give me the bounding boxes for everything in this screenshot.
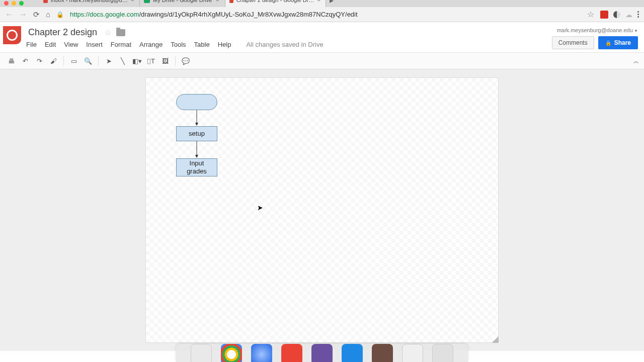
- line-tool[interactable]: ╲: [117, 54, 129, 67]
- back-button[interactable]: ←: [5, 10, 14, 20]
- dock-finder-icon[interactable]: [191, 344, 212, 362]
- drawings-favicon: [229, 0, 233, 3]
- drawing-toolbar: 🖶 ↶ ↷ 🖌 ▭ 🔍 ➤ ╲ ◧▾ ⌷T 🖼 💬 ︽: [0, 52, 644, 69]
- undo-button[interactable]: ↶: [19, 54, 31, 67]
- address-bar[interactable]: https://docs.google.com/drawings/d/1yOkp…: [70, 11, 581, 18]
- star-icon[interactable]: ☆: [104, 28, 111, 37]
- menu-format[interactable]: Format: [111, 41, 131, 48]
- dock-app-icon[interactable]: [311, 344, 333, 362]
- url-path: /drawings/d/1yOkpR4rhXgMUyL-SoKoJ_Mr8Xvw…: [139, 11, 357, 18]
- dock-app-icon[interactable]: [342, 344, 363, 362]
- paint-format-button[interactable]: 🖌: [47, 54, 59, 67]
- print-button[interactable]: 🖶: [5, 54, 17, 67]
- browser-tabstrip: Inbox - mark.meysenburg@d… × My Drive - …: [0, 0, 644, 7]
- menu-insert[interactable]: Insert: [86, 41, 103, 48]
- close-icon[interactable]: ×: [317, 0, 320, 3]
- dock-chrome-icon[interactable]: [221, 344, 242, 362]
- macos-dock: [176, 344, 468, 362]
- menu-tools[interactable]: Tools: [171, 41, 186, 48]
- tab-label: Chapter 2 design - Google Dr…: [236, 0, 314, 3]
- bookmark-star-icon[interactable]: ☆: [587, 10, 594, 19]
- close-icon[interactable]: ×: [131, 0, 134, 3]
- app-logo[interactable]: [3, 26, 21, 44]
- window-close-dot[interactable]: [4, 1, 9, 6]
- comments-button[interactable]: Comments: [552, 36, 594, 49]
- extension-icon[interactable]: [600, 11, 608, 19]
- menu-help[interactable]: Help: [218, 41, 231, 48]
- mail-favicon: [43, 0, 48, 3]
- image-tool[interactable]: 🖼: [159, 54, 171, 67]
- drive-favicon: [144, 0, 150, 3]
- share-button[interactable]: 🔒Share: [598, 36, 638, 49]
- browser-tab[interactable]: My Drive - Google Drive ×: [140, 0, 225, 7]
- dock-app-icon[interactable]: [402, 344, 423, 362]
- share-label: Share: [614, 39, 631, 46]
- comment-tool[interactable]: 💬: [180, 54, 192, 67]
- zoom-button[interactable]: 🔍: [82, 54, 94, 67]
- browser-tab-active[interactable]: Chapter 2 design - Google Dr… ×: [225, 0, 326, 7]
- tab-label: My Drive - Google Drive: [153, 0, 212, 3]
- menu-arrange[interactable]: Arrange: [139, 41, 163, 48]
- canvas-background[interactable]: setup Input grades ➤: [0, 69, 644, 351]
- dock-app-icon[interactable]: [281, 344, 302, 362]
- canvas-resize-handle[interactable]: [492, 336, 499, 343]
- select-tool[interactable]: ➤: [103, 54, 115, 67]
- forward-button: →: [19, 10, 27, 20]
- url-host: https://docs.google.com: [70, 11, 139, 18]
- document-title[interactable]: Chapter 2 design: [26, 26, 99, 39]
- lock-icon: 🔒: [56, 11, 64, 18]
- close-icon[interactable]: ×: [215, 0, 220, 3]
- menu-file[interactable]: File: [26, 41, 37, 48]
- dock-safari-icon[interactable]: [251, 344, 272, 362]
- window-min-dot[interactable]: [12, 1, 16, 6]
- window-max-dot[interactable]: [19, 1, 24, 6]
- lock-icon: 🔒: [605, 40, 611, 46]
- dock-trash-icon[interactable]: [432, 344, 453, 362]
- menu-view[interactable]: View: [64, 41, 78, 48]
- shape-tool[interactable]: ◧▾: [131, 54, 143, 67]
- tab-label: Inbox - mark.meysenburg@d…: [51, 0, 128, 3]
- move-folder-icon[interactable]: [116, 29, 125, 36]
- new-tab-button[interactable]: ▸: [326, 0, 337, 7]
- textbox-tool[interactable]: ⌷T: [145, 54, 157, 67]
- collapse-toolbar-icon[interactable]: ︽: [633, 57, 639, 65]
- account-email[interactable]: mark.meysenburg@doane.edu: [552, 27, 638, 33]
- redo-button[interactable]: ↷: [33, 54, 45, 67]
- browser-menu-icon[interactable]: [637, 11, 639, 18]
- zoom-fit-button[interactable]: ▭: [68, 54, 80, 67]
- flowchart-connectors: [146, 78, 499, 343]
- reload-button[interactable]: ⟳: [33, 10, 40, 19]
- menu-bar: File Edit View Insert Format Arrange Too…: [26, 41, 552, 48]
- browser-tab[interactable]: Inbox - mark.meysenburg@d… ×: [39, 0, 140, 7]
- mouse-cursor: ➤: [257, 204, 263, 212]
- menu-table[interactable]: Table: [194, 41, 210, 48]
- save-status: All changes saved in Drive: [246, 41, 323, 48]
- dock-app-icon[interactable]: [372, 344, 393, 362]
- extension-icon[interactable]: [613, 11, 620, 18]
- browser-toolbar: ← → ⟳ ⌂ 🔒 https://docs.google.com/drawin…: [0, 7, 644, 22]
- menu-edit[interactable]: Edit: [45, 41, 56, 48]
- home-button[interactable]: ⌂: [46, 10, 50, 19]
- drawing-canvas[interactable]: setup Input grades ➤: [145, 77, 499, 343]
- extension-icon[interactable]: ☁: [625, 11, 632, 19]
